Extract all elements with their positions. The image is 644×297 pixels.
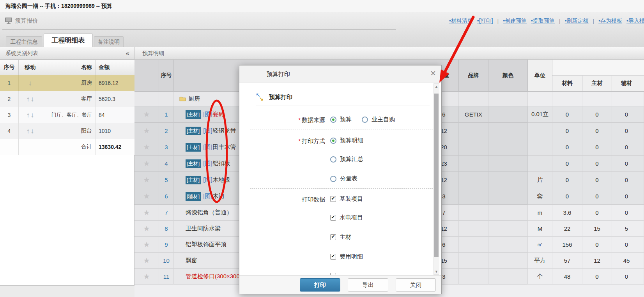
favorite-star-icon[interactable]: ★ (143, 159, 150, 168)
cell-main-material: 0 (582, 106, 612, 123)
favorite-star-icon[interactable]: ★ (143, 126, 150, 135)
image-link[interactable]: [图] (203, 193, 212, 200)
section-divider (2, 29, 396, 30)
item-name: 田丰水管 (213, 143, 236, 151)
cell-unit (528, 123, 552, 139)
row-amount: 6916.12 (96, 75, 134, 91)
row-seq-link[interactable]: 5 (165, 177, 168, 183)
col-header-name: 名称 (42, 60, 96, 75)
link-material-list[interactable]: •材料清单 (449, 18, 473, 25)
move-up-icon[interactable]: ↑ (27, 95, 30, 103)
toolbar: 预算报价 •材料清单 •[打印] | •创建预算 •提取预算 | •刷新定额 |… (0, 12, 644, 47)
cell-brand (459, 188, 488, 205)
cell-color (488, 123, 528, 139)
radio-budget-detail-label[interactable]: 预算明细 (340, 137, 363, 144)
cell-main-material: 0 (582, 188, 612, 205)
image-link[interactable]: [图] (203, 111, 212, 118)
row-seq-link[interactable]: 11 (163, 273, 170, 280)
checkbox-plumbing-items-label[interactable]: 水电项目 (340, 214, 363, 221)
scrollbar-thumb[interactable] (434, 94, 439, 257)
category-row-kitchen[interactable]: 1 ↓ 厨房 6916.12 (0, 75, 134, 91)
row-seq-link[interactable]: 3 (165, 144, 168, 150)
checkbox-base-items[interactable]: ✔ (330, 196, 336, 202)
category-row-hall[interactable]: 3 ↑ ↓ 门厅、客厅、餐厅 84 (0, 107, 134, 123)
cell-material: 0 (552, 172, 582, 188)
checkbox-base-items-label[interactable]: 基装项目 (340, 195, 363, 203)
checkbox-fee-detail[interactable]: ✔ (330, 254, 336, 260)
row-seq-link[interactable]: 4 (165, 160, 168, 167)
favorite-star-icon[interactable]: ★ (143, 272, 150, 281)
radio-budget[interactable] (330, 117, 336, 123)
radio-component-table-label[interactable]: 分量表 (340, 175, 357, 182)
favorite-star-icon[interactable]: ★ (143, 175, 150, 184)
image-link[interactable]: [图] (203, 160, 212, 167)
cell-unit (528, 139, 552, 156)
scroll-down-icon[interactable]: ▼ (434, 270, 439, 274)
row-seq-link[interactable]: 6 (165, 193, 168, 200)
image-link[interactable]: [图] (203, 143, 212, 151)
link-extract-budget[interactable]: •提取预算 (531, 18, 555, 25)
cell-color (488, 188, 528, 205)
favorite-star-icon[interactable]: ★ (143, 143, 150, 152)
favorite-star-icon[interactable]: ★ (143, 208, 150, 217)
radio-owner-purchase-label[interactable]: 业主自购 (372, 116, 395, 123)
col-header-extra (641, 76, 644, 92)
print-button[interactable]: 打印 (300, 278, 340, 292)
close-icon[interactable]: × (430, 69, 436, 78)
tab-project-main-info[interactable]: 工程主信息 (6, 36, 42, 47)
radio-component-table[interactable] (330, 176, 336, 182)
image-link[interactable]: [图] (203, 176, 212, 184)
cell-material: 156 (552, 237, 582, 253)
favorite-star-icon[interactable]: ★ (143, 256, 150, 265)
move-down-icon[interactable]: ↓ (28, 80, 32, 87)
category-row-balcony[interactable]: 4 ↑ ↓ 阳台 1010 (0, 123, 134, 139)
total-label: 合计 (42, 139, 96, 155)
row-seq-link[interactable]: 10 (163, 257, 170, 264)
move-down-icon[interactable]: ↓ (31, 95, 34, 103)
link-print[interactable]: •[打印] (477, 18, 493, 25)
move-down-icon[interactable]: ↓ (31, 127, 34, 134)
cell-color (488, 205, 528, 221)
category-row-livingroom[interactable]: 2 ↑ ↓ 客厅 5620.3 (0, 91, 134, 107)
move-up-icon[interactable]: ↑ (27, 111, 30, 118)
checkbox-fee-detail-label[interactable]: 费用明细 (340, 253, 363, 260)
image-link[interactable]: [图] (203, 127, 212, 134)
scroll-up-icon[interactable]: ▲ (434, 85, 439, 88)
row-seq-link[interactable]: 1 (165, 111, 168, 118)
tab-project-detail[interactable]: 工程明细表 (44, 34, 93, 47)
move-down-icon[interactable]: ↓ (31, 111, 34, 118)
radio-budget-label[interactable]: 预算 (340, 116, 352, 123)
move-up-icon[interactable]: ↑ (27, 127, 30, 134)
collapse-panel-icon[interactable]: « (126, 47, 129, 59)
row-name: 厨房 (42, 75, 96, 91)
row-seq-link[interactable]: 7 (165, 209, 168, 216)
link-create-budget[interactable]: •创建预算 (503, 18, 527, 25)
export-button[interactable]: 导出 (348, 278, 388, 292)
cell-brand (459, 269, 488, 285)
checkbox-main-material-label[interactable]: 主材 (340, 233, 351, 241)
link-save-as-template[interactable]: •存为模板 (598, 18, 622, 25)
row-seq-link[interactable]: 2 (165, 127, 168, 134)
cell-main-material: 0 (582, 156, 612, 172)
row-seq-link[interactable]: 9 (165, 241, 168, 248)
link-import-template[interactable]: •导入模板 (626, 18, 644, 25)
close-button[interactable]: 关闭 (396, 278, 436, 292)
link-refresh-quota[interactable]: •刷新定额 (565, 18, 589, 25)
tab-notes[interactable]: 备注说明 (94, 36, 124, 47)
dialog-scrollbar[interactable]: ▲ ▼ (433, 83, 439, 275)
cell-unit: m (528, 205, 552, 221)
favorite-star-icon[interactable]: ★ (143, 192, 150, 201)
col-group-header (552, 60, 644, 76)
heading-divider (256, 106, 430, 106)
print-dialog-footer: 打印 导出 关闭 (239, 275, 441, 294)
checkbox-main-material[interactable]: ✔ (330, 234, 336, 240)
favorite-star-icon[interactable]: ★ (143, 240, 150, 249)
radio-budget-summary-label[interactable]: 预算汇总 (340, 156, 363, 163)
radio-owner-purchase[interactable] (362, 117, 368, 123)
favorite-star-icon[interactable]: ★ (143, 224, 150, 233)
radio-budget-summary[interactable] (330, 156, 336, 163)
radio-budget-detail[interactable] (330, 138, 336, 144)
row-seq-link[interactable]: 8 (165, 225, 168, 232)
checkbox-plumbing-items[interactable]: ✔ (330, 215, 336, 221)
favorite-star-icon[interactable]: ★ (143, 110, 150, 119)
